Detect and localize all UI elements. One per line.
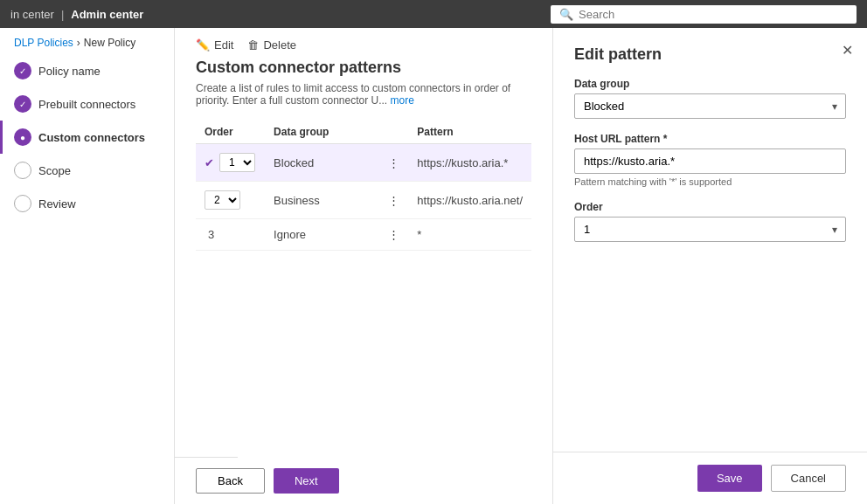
patterns-table: Order Data group Pattern ✔ 123 (196, 121, 531, 251)
sidebar: DLP Policies › New Policy ✓ Policy name … (0, 28, 175, 504)
row1-check-icon: ✔ (205, 156, 214, 169)
step-circle-scope (14, 162, 31, 179)
step-circle-policy-name: ✓ (14, 62, 31, 79)
row1-data-group: Blocked (265, 144, 379, 182)
step-circle-custom: ● (14, 128, 31, 146)
footer: Back Next (175, 457, 238, 504)
row2-pattern: https://kusto.aria.net/ (408, 182, 531, 219)
content-body: Custom connector patterns Create a list … (175, 59, 552, 251)
content-toolbar: ✏️ Edit 🗑 Delete (175, 28, 552, 59)
search-input[interactable] (579, 8, 848, 21)
back-button[interactable]: Back (196, 468, 265, 494)
row2-order: 123 (196, 182, 265, 219)
delete-button[interactable]: 🗑 Delete (247, 38, 296, 52)
search-icon: 🔍 (559, 8, 573, 21)
data-group-select[interactable]: Blocked Business Ignore (574, 93, 846, 119)
row3-data-group: Ignore (265, 219, 379, 251)
sidebar-label-prebuilt: Prebuilt connectors (38, 98, 135, 111)
save-button[interactable]: Save (697, 465, 762, 492)
sidebar-item-custom-connectors[interactable]: ● Custom connectors (0, 121, 174, 154)
breadcrumb-sep: › (77, 37, 80, 49)
topbar-sep: | (61, 8, 64, 21)
data-group-label: Data group (574, 78, 846, 90)
table-row: 3 Ignore ⋮ * (196, 219, 531, 251)
content-area: ✏️ Edit 🗑 Delete Custom connector patter… (175, 28, 552, 504)
row3-order-value: 3 (208, 228, 214, 241)
close-button[interactable]: ✕ (842, 42, 853, 59)
sidebar-label-scope: Scope (38, 164, 71, 177)
sidebar-item-review[interactable]: Review (0, 187, 174, 220)
delete-label: Delete (263, 38, 296, 52)
sidebar-item-prebuilt-connectors[interactable]: ✓ Prebuilt connectors (0, 87, 174, 121)
next-button[interactable]: Next (274, 468, 339, 494)
row3-pattern: * (408, 219, 531, 251)
host-url-label: Host URL pattern * (574, 133, 846, 145)
order-select[interactable]: 1 2 3 (574, 217, 846, 242)
row1-order-select[interactable]: 123 (219, 153, 255, 172)
step-circle-review (14, 195, 31, 212)
row2-data-group: Business (265, 182, 379, 219)
order-select-wrapper: 1 2 3 (574, 217, 846, 242)
sidebar-item-scope[interactable]: Scope (0, 154, 174, 187)
col-order: Order (196, 121, 265, 144)
topbar: in center | Admin center 🔍 (0, 0, 867, 28)
col-data-group: Data group (265, 121, 379, 144)
row1-pattern: https://kusto.aria.* (408, 144, 531, 182)
host-url-hint: Pattern matching with '*' is supported (574, 176, 846, 187)
row2-more[interactable]: ⋮ (379, 182, 408, 219)
row3-order: 3 (196, 219, 265, 251)
edit-label: Edit (214, 38, 233, 52)
breadcrumb-parent[interactable]: DLP Policies (14, 37, 73, 49)
order-label: Order (574, 201, 846, 213)
step-circle-prebuilt: ✓ (14, 95, 31, 113)
topbar-title1: in center (10, 8, 54, 21)
data-group-field: Data group Blocked Business Ignore (574, 78, 846, 119)
section-desc: Create a list of rules to limit access t… (196, 82, 531, 107)
breadcrumb: DLP Policies › New Policy (0, 28, 174, 54)
sidebar-item-policy-name[interactable]: ✓ Policy name (0, 54, 174, 87)
order-field: Order 1 2 3 (574, 201, 846, 242)
topbar-title2: Admin center (71, 8, 143, 21)
search-box: 🔍 (551, 5, 857, 24)
panel-footer: Save Cancel (553, 452, 867, 504)
more-link[interactable]: more (391, 94, 414, 107)
row3-more[interactable]: ⋮ (379, 219, 408, 251)
edit-pattern-panel: Edit pattern ✕ Data group Blocked Busine… (552, 28, 867, 504)
cancel-button[interactable]: Cancel (771, 465, 846, 492)
data-group-select-wrapper: Blocked Business Ignore (574, 93, 846, 119)
sidebar-label-policy-name: Policy name (38, 65, 101, 78)
col-more (379, 121, 408, 144)
edit-icon: ✏️ (196, 38, 210, 52)
table-row: 123 Business ⋮ https://kusto.aria.net/ (196, 182, 531, 219)
table-row: ✔ 123 Blocked ⋮ https://kusto.aria.* (196, 144, 531, 182)
row1-more[interactable]: ⋮ (379, 144, 408, 182)
row2-order-select[interactable]: 123 (205, 190, 240, 210)
host-url-field: Host URL pattern * Pattern matching with… (574, 133, 846, 187)
row1-order: ✔ 123 (196, 144, 265, 182)
main-layout: DLP Policies › New Policy ✓ Policy name … (0, 28, 867, 504)
host-url-input[interactable] (574, 148, 846, 174)
delete-icon: 🗑 (247, 38, 259, 52)
breadcrumb-current: New Policy (84, 37, 135, 49)
panel-title: Edit pattern (574, 45, 846, 64)
sidebar-label-custom: Custom connectors (38, 131, 145, 144)
sidebar-label-review: Review (38, 197, 76, 211)
section-title: Custom connector patterns (196, 59, 531, 77)
col-pattern: Pattern (408, 121, 531, 144)
edit-button[interactable]: ✏️ Edit (196, 38, 233, 52)
